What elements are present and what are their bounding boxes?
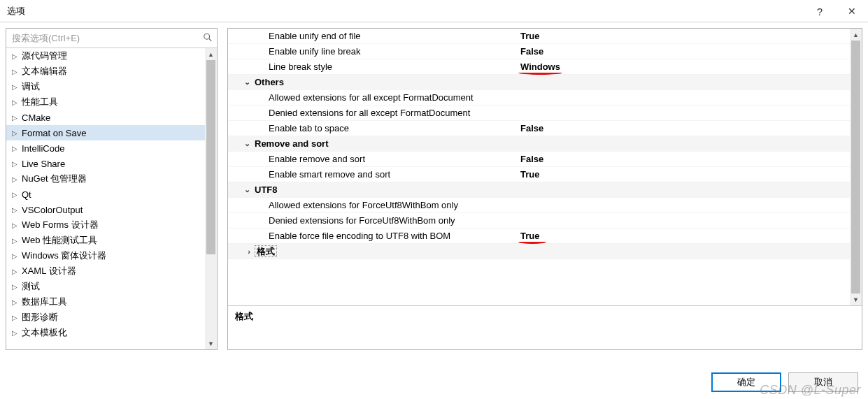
ok-button[interactable]: 确定 bbox=[711, 372, 781, 392]
tree-item-label: 测试 bbox=[22, 280, 40, 293]
property-row[interactable]: Denied extensions for all except FormatD… bbox=[228, 106, 850, 121]
tree-item-label: Web 性能测试工具 bbox=[22, 234, 97, 247]
tree-item[interactable]: ▷Format on Save bbox=[6, 125, 205, 140]
tree-item[interactable]: ▷Windows 窗体设计器 bbox=[6, 248, 205, 263]
tree-item[interactable]: ▷性能工具 bbox=[6, 94, 205, 110]
tree-item-label: Qt bbox=[22, 189, 31, 200]
tree-item[interactable]: ▷源代码管理 bbox=[6, 48, 205, 64]
property-label: Enable unify end of file bbox=[255, 31, 520, 41]
tree-item[interactable]: ▷XAML 设计器 bbox=[6, 263, 205, 279]
tree-item-label: 数据库工具 bbox=[22, 296, 67, 308]
property-row[interactable]: Denied extensions for ForceUtf8WithBom o… bbox=[228, 213, 850, 228]
chevron-right-icon[interactable]: › bbox=[228, 247, 255, 256]
property-value[interactable]: False bbox=[520, 154, 850, 164]
caret-right-icon: ▷ bbox=[12, 52, 19, 60]
search-icon[interactable] bbox=[203, 32, 213, 44]
property-value[interactable]: Windows bbox=[520, 61, 850, 72]
scroll-track[interactable] bbox=[850, 41, 862, 293]
property-label: Others bbox=[255, 77, 850, 87]
category-tree[interactable]: ▷源代码管理▷文本编辑器▷调试▷性能工具▷CMake▷Format on Sav… bbox=[6, 48, 205, 349]
property-row[interactable]: Enable smart remove and sortTrue bbox=[228, 167, 850, 182]
tree-item-label: 源代码管理 bbox=[22, 50, 67, 62]
caret-right-icon: ▷ bbox=[12, 160, 19, 168]
caret-right-icon: ▷ bbox=[12, 237, 19, 245]
property-label: Enable force file encoding to UTF8 with … bbox=[255, 231, 520, 241]
property-row[interactable]: Allowed extensions for all except Format… bbox=[228, 90, 850, 106]
tree-item-label: Format on Save bbox=[22, 128, 87, 138]
tree-item[interactable]: ▷文本模板化 bbox=[6, 325, 205, 340]
help-button[interactable]: ? bbox=[804, 0, 836, 22]
scroll-up-icon[interactable]: ▲ bbox=[205, 48, 217, 60]
left-panel: ▷源代码管理▷文本编辑器▷调试▷性能工具▷CMake▷Format on Sav… bbox=[6, 28, 218, 350]
scroll-track[interactable] bbox=[205, 60, 217, 338]
tree-item[interactable]: ▷CMake bbox=[6, 110, 205, 125]
tree-item[interactable]: ▷数据库工具 bbox=[6, 294, 205, 310]
tree-item[interactable]: ▷Live Share bbox=[6, 156, 205, 171]
tree-item[interactable]: ▷NuGet 包管理器 bbox=[6, 171, 205, 187]
tree-scrollbar[interactable]: ▲ ▼ bbox=[205, 48, 217, 349]
property-row[interactable]: Enable unify end of fileTrue bbox=[228, 29, 850, 44]
category-row[interactable]: ⌄Others bbox=[228, 75, 850, 90]
caret-right-icon: ▷ bbox=[12, 298, 19, 306]
property-value[interactable]: False bbox=[520, 123, 850, 133]
tree-item[interactable]: ▷测试 bbox=[6, 279, 205, 294]
tree-item-label: Live Share bbox=[22, 159, 65, 169]
property-value[interactable]: True bbox=[520, 31, 850, 41]
caret-right-icon: ▷ bbox=[12, 206, 19, 214]
caret-right-icon: ▷ bbox=[12, 129, 19, 137]
chevron-down-icon[interactable]: ⌄ bbox=[228, 139, 255, 148]
category-row[interactable]: ⌄UTF8 bbox=[228, 182, 850, 198]
grid-scrollbar[interactable]: ▲ ▼ bbox=[850, 29, 862, 305]
scroll-thumb[interactable] bbox=[206, 60, 215, 254]
caret-right-icon: ▷ bbox=[12, 99, 19, 106]
tree-item[interactable]: ▷图形诊断 bbox=[6, 310, 205, 325]
property-label: Enable smart remove and sort bbox=[255, 169, 520, 180]
tree-item[interactable]: ▷文本编辑器 bbox=[6, 64, 205, 79]
caret-right-icon: ▷ bbox=[12, 145, 19, 152]
category-row[interactable]: ⌄Remove and sort bbox=[228, 136, 850, 152]
tree-item-label: Web Forms 设计器 bbox=[22, 219, 99, 231]
tree-item-label: 文本模板化 bbox=[22, 326, 67, 339]
search-input[interactable] bbox=[6, 29, 217, 48]
scroll-up-icon[interactable]: ▲ bbox=[850, 29, 862, 41]
tree-item[interactable]: ▷Qt bbox=[6, 187, 205, 202]
chevron-down-icon[interactable]: ⌄ bbox=[228, 78, 255, 87]
right-panel: Enable unify end of fileTrueEnable unify… bbox=[227, 28, 862, 350]
tree-item[interactable]: ▷Web Forms 设计器 bbox=[6, 217, 205, 233]
tree-item-label: Windows 窗体设计器 bbox=[22, 249, 106, 262]
scroll-down-icon[interactable]: ▼ bbox=[205, 338, 217, 349]
window-controls: ? ✕ bbox=[804, 0, 868, 22]
close-button[interactable]: ✕ bbox=[836, 0, 868, 22]
property-value[interactable]: False bbox=[520, 46, 850, 57]
scroll-thumb[interactable] bbox=[851, 41, 860, 293]
caret-right-icon: ▷ bbox=[12, 191, 19, 198]
category-row[interactable]: ›格式 bbox=[228, 244, 850, 259]
scroll-down-icon[interactable]: ▼ bbox=[850, 293, 862, 305]
property-row[interactable]: Enable unify line breakFalse bbox=[228, 44, 850, 59]
property-row[interactable]: Enable force file encoding to UTF8 with … bbox=[228, 228, 850, 244]
property-row[interactable]: Line break styleWindows bbox=[228, 59, 850, 75]
chevron-down-icon[interactable]: ⌄ bbox=[228, 185, 255, 194]
property-grid[interactable]: Enable unify end of fileTrueEnable unify… bbox=[228, 29, 850, 305]
property-row[interactable]: Enable remove and sortFalse bbox=[228, 152, 850, 167]
property-row[interactable]: Allowed extensions for ForceUtf8WithBom … bbox=[228, 198, 850, 213]
caret-right-icon: ▷ bbox=[12, 175, 19, 183]
caret-right-icon: ▷ bbox=[12, 283, 19, 291]
property-value[interactable]: True bbox=[520, 231, 850, 241]
tree-item-label: CMake bbox=[22, 113, 50, 123]
cancel-button[interactable]: 取消 bbox=[788, 372, 858, 392]
property-label: Allowed extensions for ForceUtf8WithBom … bbox=[255, 200, 520, 210]
tree-item[interactable]: ▷IntelliCode bbox=[6, 140, 205, 156]
tree-item[interactable]: ▷VSColorOutput bbox=[6, 202, 205, 217]
content-area: ▷源代码管理▷文本编辑器▷调试▷性能工具▷CMake▷Format on Sav… bbox=[0, 22, 868, 356]
tree-item-label: 性能工具 bbox=[22, 96, 58, 108]
property-label: Denied extensions for all except FormatD… bbox=[255, 108, 520, 118]
property-grid-wrap: Enable unify end of fileTrueEnable unify… bbox=[228, 29, 862, 306]
svg-point-0 bbox=[204, 34, 210, 39]
tree-item[interactable]: ▷调试 bbox=[6, 79, 205, 94]
property-label: UTF8 bbox=[255, 184, 850, 195]
caret-right-icon: ▷ bbox=[12, 114, 19, 122]
tree-item[interactable]: ▷Web 性能测试工具 bbox=[6, 233, 205, 248]
property-value[interactable]: True bbox=[520, 169, 850, 180]
property-row[interactable]: Enable tab to spaceFalse bbox=[228, 121, 850, 136]
